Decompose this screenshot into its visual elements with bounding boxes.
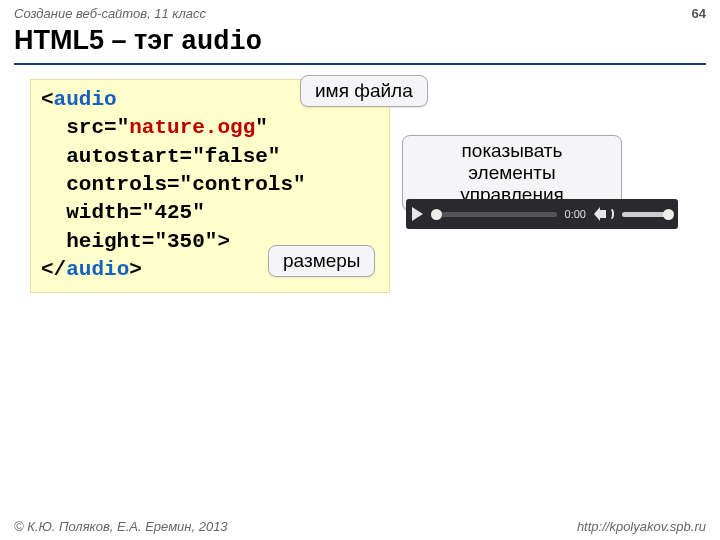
code-attr-src-val: nature.ogg — [129, 116, 255, 139]
code-q2: " — [255, 116, 268, 139]
code-q1: " — [117, 116, 130, 139]
callout-sizes-text: размеры — [283, 250, 360, 271]
callout-filename: имя файла — [300, 75, 428, 107]
seek-thumb[interactable] — [431, 209, 442, 220]
code-lt: < — [41, 88, 54, 111]
slide-header: Создание веб-сайтов, 11 класс 64 — [0, 0, 720, 23]
volume-bar[interactable] — [622, 212, 672, 217]
code-attr-width: width="425" — [41, 201, 205, 224]
audio-player[interactable]: 0:00 — [406, 199, 678, 229]
callout-controls-line1: показывать элементы — [462, 140, 563, 183]
course-label: Создание веб-сайтов, 11 класс — [14, 6, 206, 21]
footer-url: http://kpolyakov.spb.ru — [577, 519, 706, 534]
code-attr-autostart: autostart="false" — [41, 145, 280, 168]
title-tag: audio — [181, 27, 262, 57]
callout-sizes: размеры — [268, 245, 375, 277]
volume-thumb[interactable] — [663, 209, 674, 220]
code-close-gt: > — [129, 258, 142, 281]
code-open-tag: audio — [54, 88, 117, 111]
slide-title: HTML5 – тэг audio — [0, 23, 720, 61]
slide-footer: © К.Ю. Поляков, Е.А. Еремин, 2013 http:/… — [0, 519, 720, 534]
play-icon[interactable] — [412, 207, 423, 221]
speaker-icon[interactable] — [594, 207, 614, 221]
time-display: 0:00 — [565, 208, 586, 220]
seek-bar[interactable] — [431, 212, 557, 217]
title-underline — [14, 63, 706, 65]
code-attr-height: height="350"> — [41, 230, 230, 253]
code-close-lt: </ — [41, 258, 66, 281]
code-attr-src-name: src= — [41, 116, 117, 139]
code-close-tag: audio — [66, 258, 129, 281]
code-attr-controls: controls="controls" — [41, 173, 306, 196]
copyright: © К.Ю. Поляков, Е.А. Еремин, 2013 — [14, 519, 228, 534]
title-prefix: HTML5 – тэг — [14, 25, 181, 55]
page-number: 64 — [692, 6, 706, 21]
content-area: <audio src="nature.ogg" autostart="false… — [0, 79, 720, 479]
callout-filename-text: имя файла — [315, 80, 413, 101]
